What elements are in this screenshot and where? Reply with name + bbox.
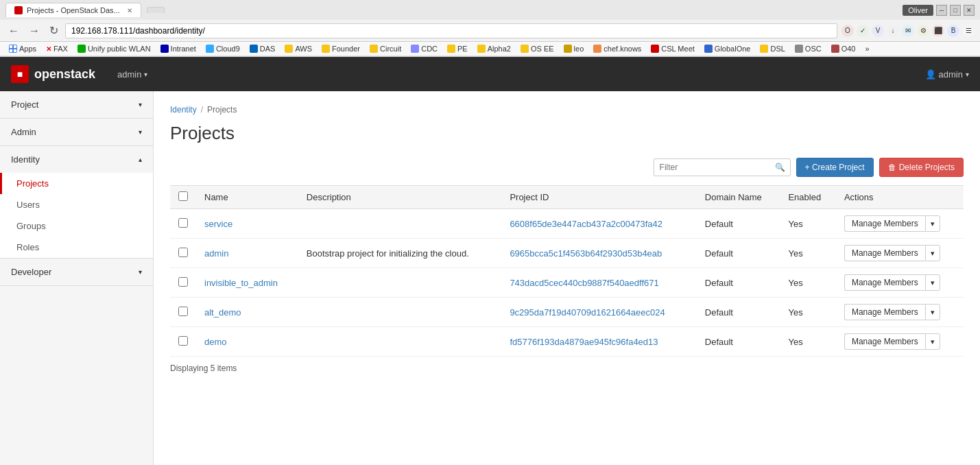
row-checkbox-3[interactable] xyxy=(178,307,188,316)
sidebar: Project ▾ Admin ▾ Identity ▴ Projects xyxy=(0,91,154,465)
admin-nav-item[interactable]: admin ▾ xyxy=(109,57,156,91)
project-id-link-0[interactable]: 6608f65de3e447acb437a2c00473fa42 xyxy=(510,219,662,229)
project-id-link-4[interactable]: fd5776f193da4879ae945fc96fa4ed13 xyxy=(510,337,658,347)
bookmark-alpha2[interactable]: Alpha2 xyxy=(474,43,514,54)
extension-icon-6[interactable]: ⬛ xyxy=(932,25,944,37)
action-dropdown-btn-0[interactable]: ▾ xyxy=(925,215,940,232)
sidebar-admin-header[interactable]: Admin ▾ xyxy=(0,119,153,145)
header-user-label: admin xyxy=(939,69,963,80)
bookmark-osee[interactable]: OS EE xyxy=(517,43,558,54)
row-checkbox-1[interactable] xyxy=(178,248,188,257)
bookmark-globalone[interactable]: GlobalOne xyxy=(701,43,754,54)
refresh-btn[interactable]: ↻ xyxy=(47,23,61,38)
project-name-link-4[interactable]: demo xyxy=(204,337,227,347)
inactive-tab[interactable] xyxy=(147,7,165,13)
header-user[interactable]: 👤 admin ▾ xyxy=(925,69,969,80)
manage-members-btn-0[interactable]: Manage Members xyxy=(844,215,925,232)
action-dropdown-btn-1[interactable]: ▾ xyxy=(925,245,940,261)
bookmark-pe[interactable]: PE xyxy=(444,43,471,54)
project-id-link-1[interactable]: 6965bcca5c1f4563b64f2930d53b4eab xyxy=(510,248,662,259)
bookmark-aws[interactable]: AWS xyxy=(281,43,315,54)
extension-icon-4[interactable]: ✉ xyxy=(902,25,914,37)
extension-icon-1[interactable]: ✓ xyxy=(857,25,869,37)
sidebar-developer-header[interactable]: Developer ▾ xyxy=(0,259,153,285)
manage-members-btn-4[interactable]: Manage Members xyxy=(844,333,925,350)
back-btn[interactable]: ← xyxy=(5,23,22,38)
project-name-link-0[interactable]: service xyxy=(204,219,232,229)
bookmark-intranet[interactable]: Intranet xyxy=(157,43,200,54)
select-all-checkbox[interactable] xyxy=(178,191,188,201)
bookmark-circuit[interactable]: Circuit xyxy=(366,43,405,54)
extension-icon-8[interactable]: ☰ xyxy=(962,25,975,37)
manage-members-btn-1[interactable]: Manage Members xyxy=(844,245,925,261)
bookmark-unify[interactable]: Unify public WLAN xyxy=(74,43,154,54)
extension-icon-2[interactable]: V xyxy=(872,25,884,37)
row-actions-4: Manage Members ▾ xyxy=(836,327,964,357)
bookmark-dsl[interactable]: DSL xyxy=(756,43,788,54)
minimize-btn[interactable]: ─ xyxy=(936,5,947,16)
sidebar-item-roles[interactable]: Roles xyxy=(0,237,153,258)
bookmark-fax[interactable]: ✕ FAX xyxy=(43,43,71,54)
bookmark-apps[interactable]: Apps xyxy=(5,43,40,54)
project-name-link-1[interactable]: admin xyxy=(204,248,228,259)
row-actions-1: Manage Members ▾ xyxy=(836,239,964,268)
row-checkbox-2[interactable] xyxy=(178,277,188,287)
row-description-1: Bootstrap project for initializing the c… xyxy=(298,239,502,268)
bookmark-leo[interactable]: leo xyxy=(560,43,588,54)
extension-icon-5[interactable]: ⚙ xyxy=(917,25,929,37)
address-bar[interactable] xyxy=(65,23,837,38)
action-dropdown-btn-2[interactable]: ▾ xyxy=(925,274,940,291)
bookmark-cdc[interactable]: CDC xyxy=(407,43,441,54)
manage-members-btn-2[interactable]: Manage Members xyxy=(844,274,925,291)
extension-icon-7[interactable]: B xyxy=(947,25,959,37)
project-name-link-3[interactable]: alt_demo xyxy=(204,307,241,318)
tab-close-btn[interactable]: ✕ xyxy=(127,7,132,14)
project-id-link-2[interactable]: 743dacd5cec440cb9887f540aedff671 xyxy=(510,278,658,288)
row-enabled-0: Yes xyxy=(780,209,835,239)
action-dropdown-btn-4[interactable]: ▾ xyxy=(925,333,940,350)
user-badge: Oliver xyxy=(903,5,933,16)
maximize-btn[interactable]: □ xyxy=(950,5,961,16)
table-row: alt_demo 9c295da7f19d40709d1621664aeec02… xyxy=(170,298,964,327)
action-dropdown-btn-3[interactable]: ▾ xyxy=(925,304,940,320)
row-checkbox-0[interactable] xyxy=(178,218,188,228)
app-logo: ■ openstack xyxy=(11,65,95,83)
manage-members-btn-3[interactable]: Manage Members xyxy=(844,304,925,320)
row-domain-0: Default xyxy=(697,209,780,239)
sidebar-project-label: Project xyxy=(11,99,38,110)
sidebar-identity-header[interactable]: Identity ▴ xyxy=(0,146,153,173)
extension-icon-3[interactable]: ↓ xyxy=(887,25,899,37)
bookmark-more[interactable]: » xyxy=(861,43,872,54)
project-name-link-2[interactable]: invisible_to_admin xyxy=(204,278,278,288)
sidebar-item-groups[interactable]: Groups xyxy=(0,215,153,237)
bookmark-csl[interactable]: CSL Meet xyxy=(647,43,698,54)
active-tab[interactable]: Projects - OpenStack Das... ✕ xyxy=(5,3,141,17)
bookmark-das[interactable]: DAS xyxy=(246,43,279,54)
bookmark-chef[interactable]: chef.knows xyxy=(590,43,645,54)
project-id-link-3[interactable]: 9c295da7f19d40709d1621664aeec024 xyxy=(510,307,665,318)
opera-icon[interactable]: O xyxy=(841,25,854,37)
breadcrumb-parent[interactable]: Identity xyxy=(170,105,197,115)
table-row: admin Bootstrap project for initializing… xyxy=(170,239,964,268)
sidebar-project-header[interactable]: Project ▾ xyxy=(0,91,153,118)
o40-favicon xyxy=(831,45,839,53)
bookmark-founder[interactable]: Founder xyxy=(318,43,363,54)
sidebar-item-users[interactable]: Users xyxy=(0,194,153,215)
page-title: Projects xyxy=(170,123,964,144)
bookmark-osc[interactable]: OSC xyxy=(791,43,825,54)
chef-favicon xyxy=(593,45,601,53)
bookmark-cloud9[interactable]: Cloud9 xyxy=(202,43,243,54)
table-row: service 6608f65de3e447acb437a2c00473fa42… xyxy=(170,209,964,239)
bookmark-o40[interactable]: O40 xyxy=(828,43,859,54)
row-checkbox-4[interactable] xyxy=(178,336,188,346)
delete-projects-btn[interactable]: 🗑 Delete Projects xyxy=(879,158,964,177)
more-bookmarks-label: » xyxy=(865,45,869,53)
filter-icon: 🔍 xyxy=(775,163,785,172)
forward-btn[interactable]: → xyxy=(26,23,43,38)
sidebar-item-projects[interactable]: Projects xyxy=(0,173,153,194)
bookmark-globalone-label: GlobalOne xyxy=(715,45,751,53)
bookmark-apps-label: Apps xyxy=(19,45,36,53)
create-project-btn[interactable]: + Create Project xyxy=(796,158,874,177)
close-btn[interactable]: ✕ xyxy=(964,5,975,16)
filter-input[interactable] xyxy=(654,158,791,176)
